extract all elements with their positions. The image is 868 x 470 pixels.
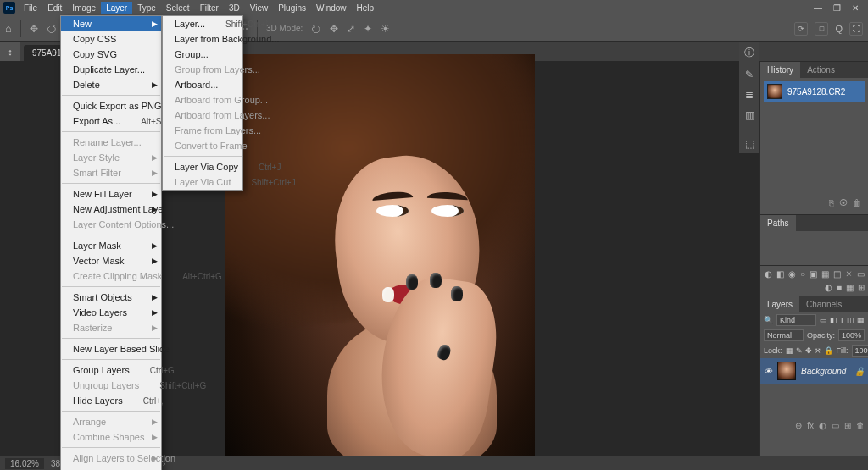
menu-image[interactable]: Image [67, 2, 101, 14]
adjustment-icon[interactable]: ◐ [825, 283, 832, 292]
new-doc-from-state-icon[interactable]: ⦿ [839, 198, 848, 207]
layer-filter-icon[interactable]: ▭ [820, 316, 827, 324]
menu-item-smart-objects[interactable]: Smart Objects▶ [61, 290, 161, 305]
menu-item-group-layers[interactable]: Group LayersCtrl+G [61, 362, 161, 378]
history-row[interactable]: 975A9128.CR2 [764, 81, 865, 102]
panel-strip-icon[interactable]: ⓘ [744, 46, 754, 60]
menu-item-copy-svg[interactable]: Copy SVG [61, 47, 161, 62]
3d-pan-icon[interactable]: ✥ [330, 23, 338, 35]
menu-item-layer[interactable]: Layer...Shift+Ctrl+N [163, 16, 242, 31]
layer-lock-icon[interactable]: 🔒 [824, 346, 833, 355]
zoom-level[interactable]: 16.02% [5, 458, 44, 469]
cloud-docs-icon[interactable]: ⟳ [794, 22, 808, 36]
adjustment-icon[interactable]: ▦ [846, 283, 854, 292]
menu-3d[interactable]: 3D [224, 2, 245, 14]
panel-strip-icon[interactable]: ▥ [745, 109, 754, 121]
layer-lock-icon[interactable]: ✥ [805, 346, 812, 355]
layer-filter-icon[interactable]: ◧ [830, 316, 837, 324]
menu-edit[interactable]: Edit [42, 2, 67, 14]
layer-lock-icon[interactable]: ▦ [786, 346, 793, 355]
menu-item-layer-from-background[interactable]: Layer from Background... [163, 31, 242, 47]
frame-icon[interactable]: □ [815, 22, 828, 36]
menu-item-vector-mask[interactable]: Vector Mask▶ [61, 253, 161, 268]
menu-file[interactable]: File [19, 2, 42, 14]
home-icon[interactable]: ⌂ [5, 22, 12, 35]
search-icon[interactable]: Q [835, 24, 843, 34]
panel-strip-icon[interactable]: ⬚ [745, 138, 754, 150]
workspace-icon[interactable]: ⛶ [849, 22, 863, 36]
3d-orbit-icon[interactable]: ⭮ [311, 23, 321, 35]
tab-paths[interactable]: Paths [760, 215, 796, 231]
blend-mode-select[interactable]: Normal [764, 329, 804, 341]
adjustment-icon[interactable]: ▦ [821, 269, 829, 279]
menu-item-new-fill-layer[interactable]: New Fill Layer▶ [61, 186, 161, 202]
layer-lock-icon[interactable]: ⤧ [815, 346, 821, 355]
menu-item-delete[interactable]: Delete▶ [61, 77, 161, 92]
layers-footer-icon[interactable]: ▭ [832, 421, 839, 430]
adjustment-icon[interactable]: ☀ [845, 269, 853, 279]
3d-light-icon[interactable]: ☀ [381, 23, 390, 35]
layer-filter-icon[interactable]: ▦ [857, 316, 865, 324]
adjustment-icon[interactable]: ◉ [788, 269, 796, 279]
window-close[interactable]: ✕ [846, 3, 865, 13]
menu-select[interactable]: Select [161, 2, 195, 14]
menu-layer[interactable]: Layer [101, 2, 132, 14]
menu-item-export-as[interactable]: Export As...Alt+Shift+Ctrl+' [61, 113, 161, 129]
visibility-icon[interactable]: 👁 [764, 367, 772, 376]
layer-filter-kind[interactable]: Kind [776, 314, 816, 326]
adjustment-icon[interactable]: ◫ [833, 269, 841, 279]
adjustment-icon[interactable]: ■ [837, 283, 842, 292]
menu-item-copy-css[interactable]: Copy CSS [61, 31, 161, 47]
menu-item-new[interactable]: New▶ [61, 16, 161, 31]
3d-dolly-icon[interactable]: ⤢ [347, 23, 355, 35]
menu-item-video-layers[interactable]: Video Layers▶ [61, 305, 161, 320]
menu-type[interactable]: Type [132, 2, 161, 14]
adjustment-icon[interactable]: ⊞ [858, 283, 865, 292]
orbit-icon[interactable]: ⭯ [47, 23, 57, 35]
menu-filter[interactable]: Filter [195, 2, 224, 14]
panel-strip-icon[interactable]: ≣ [745, 89, 754, 101]
3d-walk-icon[interactable]: ✦ [364, 23, 372, 35]
menu-item-new-adjustment-layer[interactable]: New Adjustment Layer▶ [61, 202, 161, 217]
layers-footer-icon[interactable]: ◐ [819, 421, 826, 430]
fill-value[interactable]: 100% [852, 345, 868, 357]
tab-channels[interactable]: Channels [799, 296, 849, 312]
layer-lock-icon[interactable]: ✎ [796, 346, 803, 355]
menu-window[interactable]: Window [311, 2, 352, 14]
menu-item-hide-layers[interactable]: Hide LayersCtrl+, [61, 393, 161, 408]
layer-filter-icon[interactable]: T [840, 316, 845, 324]
move-tool-icon[interactable]: ✥ [30, 23, 38, 35]
menu-plugins[interactable]: Plugins [273, 2, 311, 14]
adjustment-icon[interactable]: ○ [800, 269, 805, 279]
delete-state-icon[interactable]: 🗑 [853, 198, 861, 207]
menu-item-group[interactable]: Group... [163, 47, 242, 62]
menu-item-layer-mask[interactable]: Layer Mask▶ [61, 238, 161, 253]
layers-footer-icon[interactable]: 🗑 [856, 421, 865, 430]
menu-item-quick-export-as-png[interactable]: Quick Export as PNGShift+Ctrl+' [61, 98, 161, 113]
adjustment-icon[interactable]: ◧ [776, 269, 784, 279]
tab-actions[interactable]: Actions [800, 62, 842, 78]
menu-item-artboard[interactable]: Artboard... [163, 77, 242, 92]
window-restore[interactable]: ❐ [827, 3, 846, 13]
new-snapshot-icon[interactable]: ⎘ [829, 198, 834, 207]
layers-footer-icon[interactable]: ⊖ [795, 421, 802, 430]
menu-item-duplicate-layer[interactable]: Duplicate Layer... [61, 62, 161, 77]
menu-view[interactable]: View [245, 2, 274, 14]
opacity-value[interactable]: 100% [838, 329, 865, 341]
tab-layers[interactable]: Layers [760, 296, 799, 312]
search-icon[interactable]: 🔍 [764, 316, 773, 324]
tab-history[interactable]: History [760, 62, 800, 78]
menu-item-layer-via-copy[interactable]: Layer Via CopyCtrl+J [163, 159, 242, 174]
layers-footer-icon[interactable]: ⊞ [844, 421, 851, 430]
layer-row[interactable]: 👁 Background 🔒 [760, 358, 868, 384]
adjustment-icon[interactable]: ▭ [857, 269, 865, 279]
menu-item-new-layer-based-slice[interactable]: New Layer Based Slice [61, 341, 161, 357]
layers-footer-icon[interactable]: fx [807, 421, 814, 430]
adjustment-icon[interactable]: ◐ [765, 269, 772, 279]
menu-help[interactable]: Help [352, 2, 380, 14]
adjustment-icon[interactable]: ▣ [810, 269, 817, 279]
tool-icon[interactable]: ↕ [2, 44, 19, 59]
window-minimize[interactable]: — [809, 3, 827, 13]
panel-strip-icon[interactable]: ✎ [745, 69, 754, 80]
layer-filter-icon[interactable]: ◫ [847, 316, 854, 324]
